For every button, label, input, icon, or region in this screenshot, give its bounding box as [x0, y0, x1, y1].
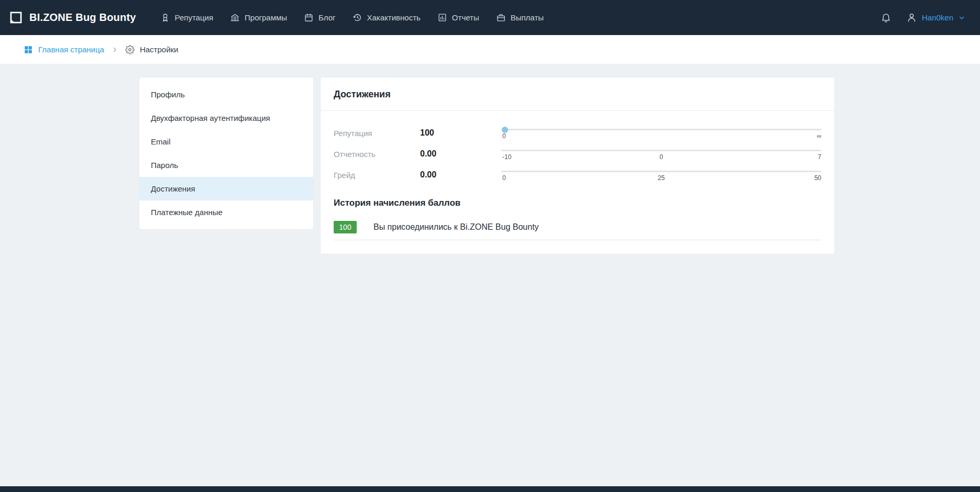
nav-label: Отчеты	[452, 13, 479, 22]
nav-item-reputation[interactable]: Репутация	[154, 7, 219, 28]
payouts-icon	[496, 13, 506, 23]
scale-min: -10	[502, 153, 511, 161]
points-badge: 100	[334, 221, 357, 233]
user-menu[interactable]: Han0ken	[906, 12, 965, 23]
breadcrumb: Главная страница Настройки	[0, 35, 980, 64]
nav-item-reports[interactable]: Отчеты	[431, 7, 486, 28]
metrics-block: Репутация 100 0 ∞ Отчетность 0.00	[321, 111, 834, 188]
metric-row-reporting: Отчетность 0.00 -10 0 7	[334, 143, 821, 164]
metric-value: 100	[420, 128, 501, 138]
reports-icon	[437, 13, 447, 23]
reputation-icon	[160, 13, 170, 23]
chevron-right-icon	[112, 47, 118, 53]
bell-icon[interactable]	[880, 12, 891, 23]
menu-item-email[interactable]: Email	[139, 130, 313, 153]
main-nav: Репутация Программы Блог	[154, 7, 550, 28]
breadcrumb-current: Настройки	[125, 45, 179, 54]
nav-item-programs[interactable]: Программы	[224, 7, 293, 28]
metric-row-grade: Грейд 0.00 0 25 50	[334, 164, 821, 185]
menu-item-2fa[interactable]: Двухфакторная аутентификация	[139, 106, 313, 130]
menu-item-profile[interactable]: Профиль	[139, 83, 313, 106]
scale-mid: 25	[658, 174, 665, 182]
programs-icon	[230, 13, 240, 23]
footer-strip	[0, 486, 980, 492]
metric-row-reputation: Репутация 100 0 ∞	[334, 122, 821, 143]
slider-track	[501, 129, 821, 130]
nav-label: Выплаты	[511, 13, 544, 22]
main-content: Профиль Двухфакторная аутентификация Ema…	[0, 64, 980, 254]
menu-item-payment-data[interactable]: Платежные данные	[139, 200, 313, 224]
metric-slider: 0 25 50	[501, 169, 821, 181]
header-right: Han0ken	[880, 12, 965, 23]
scale-mid: 0	[659, 153, 663, 161]
top-nav: BI.ZONE Bug Bounty Репутация Программы	[0, 0, 980, 35]
settings-menu: Профиль Двухфакторная аутентификация Ema…	[139, 77, 314, 230]
nav-label: Репутация	[175, 13, 213, 22]
scale-min: 0	[502, 132, 506, 140]
blog-icon	[304, 13, 314, 23]
scale-max: 7	[818, 153, 821, 161]
history-entry: 100 Вы присоединились к Bi.ZONE Bug Boun…	[334, 221, 821, 240]
points-history: История начисления баллов 100 Вы присоед…	[321, 188, 834, 240]
scale-max: ∞	[817, 132, 821, 140]
menu-item-achievements[interactable]: Достижения	[139, 177, 313, 200]
nav-item-payouts[interactable]: Выплаты	[490, 7, 550, 28]
nav-label: Хакактивность	[367, 13, 421, 22]
nav-item-hackactivity[interactable]: Хакактивность	[346, 7, 427, 28]
history-title: История начисления баллов	[334, 198, 821, 208]
user-name: Han0ken	[922, 13, 953, 22]
menu-item-password[interactable]: Пароль	[139, 153, 313, 177]
chevron-down-icon	[958, 14, 965, 21]
brand: BI.ZONE Bug Bounty	[9, 10, 136, 25]
slider-track	[501, 171, 821, 172]
history-entry-text: Вы присоединились к Bi.ZONE Bug Bounty	[373, 222, 539, 232]
gear-icon	[125, 45, 135, 54]
nav-label: Блог	[318, 13, 335, 22]
metric-slider: -10 0 7	[501, 148, 821, 160]
metric-value: 0.00	[420, 170, 501, 180]
hackactivity-icon	[353, 13, 362, 23]
scale-min: 0	[502, 174, 506, 182]
user-icon	[906, 12, 917, 23]
brand-title: BI.ZONE Bug Bounty	[29, 12, 136, 24]
metric-value: 0.00	[420, 149, 501, 159]
achievements-panel: Достижения Репутация 100 0 ∞ Отчетность	[320, 77, 835, 254]
panel-title: Достижения	[321, 77, 834, 111]
grid-icon	[24, 45, 33, 54]
metric-label: Репутация	[334, 129, 420, 138]
metric-slider: 0 ∞	[501, 127, 821, 139]
brand-logo-icon	[9, 10, 23, 25]
metric-label: Грейд	[334, 171, 420, 180]
breadcrumb-home[interactable]: Главная страница	[24, 45, 104, 54]
metric-label: Отчетность	[334, 150, 420, 159]
nav-label: Программы	[245, 13, 287, 22]
breadcrumb-home-label: Главная страница	[38, 45, 104, 54]
nav-item-blog[interactable]: Блог	[298, 7, 342, 28]
breadcrumb-current-label: Настройки	[140, 45, 179, 54]
slider-track	[501, 150, 821, 151]
scale-max: 50	[814, 174, 821, 182]
